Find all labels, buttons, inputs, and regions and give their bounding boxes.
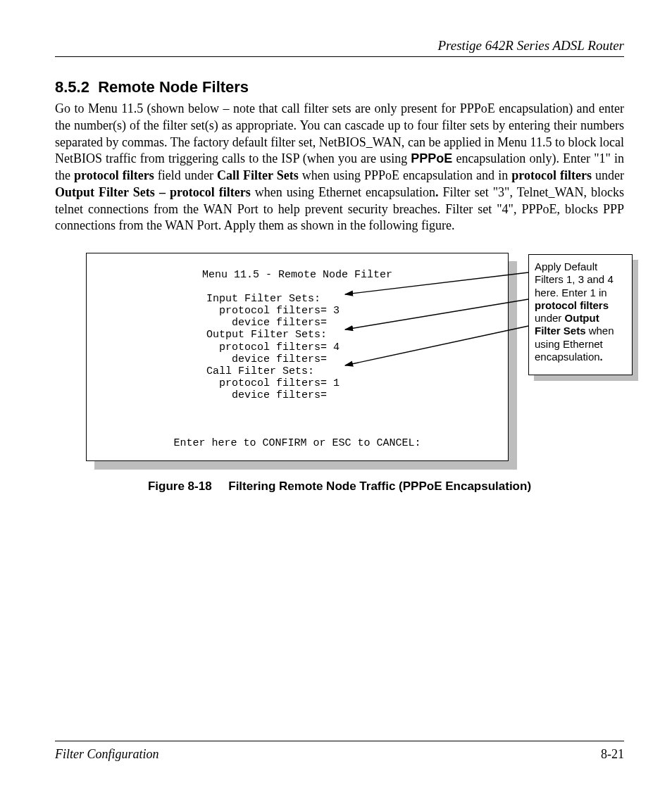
terminal-window: Menu 11.5 - Remote Node Filter Input Fil… bbox=[86, 253, 509, 461]
terminal-line: device filters= bbox=[206, 389, 327, 401]
body-paragraph: Go to Menu 11.5 (shown below – note that… bbox=[55, 101, 624, 234]
terminal-line: protocol filters= 3 bbox=[206, 305, 340, 317]
callout-annotation: Apply Default Filters 1, 3 and 4 here. E… bbox=[528, 254, 633, 375]
callout-bold: protocol filters bbox=[535, 299, 609, 311]
call-filter-sets-bold: Call Filter Sets bbox=[217, 168, 299, 182]
figure-container: Menu 11.5 - Remote Node Filter Input Fil… bbox=[86, 253, 664, 478]
section-number: 8.5.2 bbox=[55, 78, 89, 96]
para-text: when using PPPoE encapsulation and in bbox=[299, 168, 511, 182]
callout-text: Apply Default Filters 1, 3 and 4 here. E… bbox=[535, 261, 614, 299]
page-footer: Filter Configuration 8-21 bbox=[55, 741, 624, 762]
protocol-filters-bold: protocol filters bbox=[74, 168, 154, 182]
page-header: Prestige 642R Series ADSL Router bbox=[55, 38, 624, 57]
footer-page-number: 8-21 bbox=[601, 747, 624, 762]
terminal-line: device filters= bbox=[206, 317, 327, 329]
protocol-filters-bold: protocol filters bbox=[511, 168, 592, 182]
document-page: Prestige 642R Series ADSL Router 8.5.2 R… bbox=[0, 0, 672, 797]
terminal-confirm-line: Enter here to CONFIRM or ESC to CANCEL: bbox=[101, 437, 494, 449]
callout-bold: . bbox=[600, 351, 603, 363]
terminal-line: device filters= bbox=[206, 353, 327, 365]
terminal-line: Output Filter Sets: bbox=[206, 329, 327, 341]
terminal-line: Call Filter Sets: bbox=[206, 365, 314, 377]
footer-section-name: Filter Configuration bbox=[55, 747, 159, 762]
figure-caption: Figure 8-18 Filtering Remote Node Traffi… bbox=[55, 479, 624, 494]
section-heading: 8.5.2 Remote Node Filters bbox=[55, 78, 624, 96]
callout-text: under bbox=[535, 312, 565, 324]
figure-label: Figure 8-18 bbox=[148, 479, 212, 493]
terminal-line: protocol filters= 1 bbox=[206, 377, 340, 389]
para-text: when using Ethernet encapsulation bbox=[251, 185, 435, 199]
terminal-line: Input Filter Sets: bbox=[206, 293, 321, 305]
terminal-body: Input Filter Sets: protocol filters= 3 d… bbox=[206, 293, 494, 401]
terminal-title: Menu 11.5 - Remote Node Filter bbox=[101, 269, 494, 281]
para-text: under bbox=[592, 168, 624, 182]
pppoe-bold-text: PPPoE bbox=[411, 151, 452, 165]
terminal-line: protocol filters= 4 bbox=[206, 341, 340, 353]
header-title: Prestige 642R Series ADSL Router bbox=[437, 38, 624, 53]
output-filter-sets-bold: Output Filter Sets – protocol filters bbox=[55, 185, 251, 199]
section-title-text: Remote Node Filters bbox=[98, 78, 249, 96]
para-text: field under bbox=[154, 168, 217, 182]
figure-caption-text: Filtering Remote Node Traffic (PPPoE Enc… bbox=[228, 479, 531, 493]
